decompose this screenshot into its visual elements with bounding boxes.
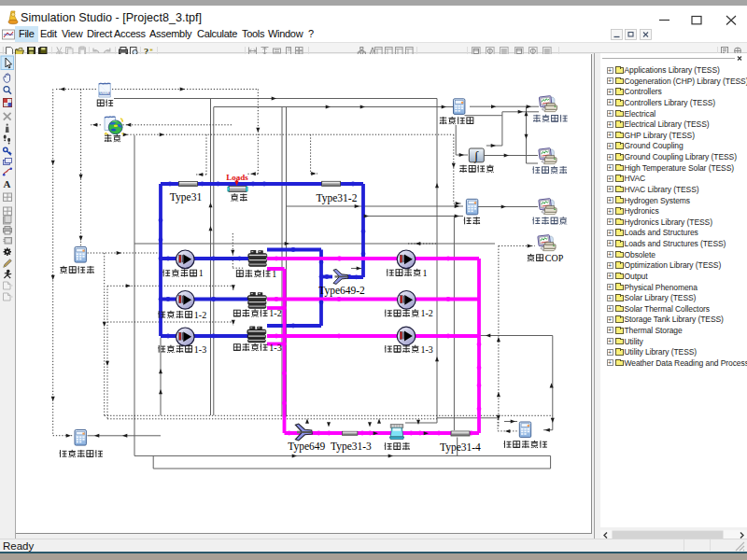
svg-text:1-2: 1-2	[269, 308, 281, 318]
svg-text:1-3: 1-3	[194, 344, 206, 355]
svg-text:Loads: Loads	[226, 173, 248, 182]
svg-text:1-3: 1-3	[269, 343, 281, 353]
svg-text:Type649: Type649	[288, 441, 325, 453]
svg-text:Type31: Type31	[170, 191, 203, 203]
svg-text:A: A	[4, 178, 11, 189]
svg-text:1-2: 1-2	[194, 310, 206, 320]
svg-text:Type31-4: Type31-4	[440, 441, 481, 454]
svg-text:1-2: 1-2	[420, 308, 432, 318]
svg-text:Type649-2: Type649-2	[318, 285, 365, 297]
svg-text:1: 1	[199, 268, 204, 278]
svg-text:Type31-3: Type31-3	[331, 441, 372, 453]
svg-text:COP: COP	[545, 253, 564, 263]
svg-text:1: 1	[272, 269, 276, 279]
svg-text:1-3: 1-3	[420, 344, 432, 355]
svg-text:1: 1	[422, 268, 427, 278]
svg-text:Type31-2: Type31-2	[317, 192, 358, 204]
